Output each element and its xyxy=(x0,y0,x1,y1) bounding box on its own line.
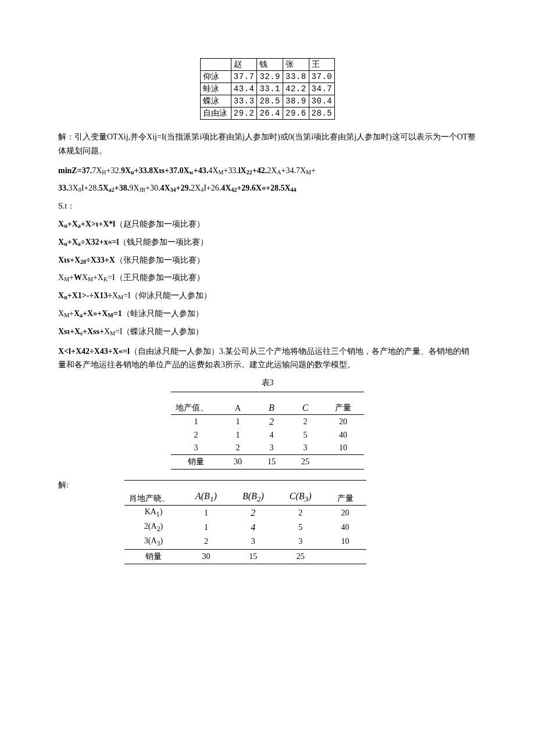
t3-r2-c3: 5 xyxy=(288,429,322,442)
t4-r1-c3: 2 xyxy=(277,506,324,520)
table1-r1-c4: 37.0 xyxy=(309,71,335,83)
t3-hA: A xyxy=(221,392,255,415)
t3-r3-c4: 10 xyxy=(322,442,364,455)
table1-r3-c4: 30.4 xyxy=(309,95,335,108)
table1-r4-c3: 29.6 xyxy=(283,108,309,120)
table1-r4-c2: 26.4 xyxy=(257,108,283,120)
swim-times-table: 赵 钱 张 王 仰泳 37.7 32.9 33.8 37.0 蛙泳 43.4 3… xyxy=(200,58,335,120)
table1-r2-label: 蛙泳 xyxy=(200,83,231,95)
t4-s1: 30 xyxy=(183,549,230,564)
table1-r2-c4: 34.7 xyxy=(309,83,335,95)
t4-r2-c2: 4 xyxy=(230,520,277,535)
t4-hC: C(B3) xyxy=(277,481,324,506)
constraint-1: Xn+Xa+X>ι+X*l（赵只能参加一项比赛） xyxy=(58,217,477,231)
table1-h3: 张 xyxy=(283,59,309,71)
t3-r2-c4: 40 xyxy=(322,429,364,442)
t4-r3-c3: 3 xyxy=(277,535,324,549)
table1-r3-label: 蝶泳 xyxy=(200,95,231,108)
t3-s1: 30 xyxy=(221,455,255,470)
t4-r2-c1: 1 xyxy=(183,520,230,535)
t3-hQty: 产量 xyxy=(322,392,364,415)
table1-r1-c1: 37.7 xyxy=(231,71,257,83)
table1-r4-label: 自由泳 xyxy=(200,108,231,120)
constraint-5: Xn+X1>-÷X13÷XM=I（仰泳只能一人参加） xyxy=(58,289,477,303)
table1-r3-c1: 33.3 xyxy=(231,95,257,108)
t3-r1-c1: 1 xyxy=(221,415,255,429)
table1-r1-label: 仰泳 xyxy=(200,71,231,83)
table1-h4: 王 xyxy=(309,59,335,71)
subject-to: S.t： xyxy=(58,199,477,213)
t3-r1-f: 1 xyxy=(171,415,221,429)
t4-r1-c1: 1 xyxy=(183,506,230,520)
t4-s3: 25 xyxy=(277,549,324,564)
objective-function-2: 33.3X8I+28.5Xa2+38.9XJB+30.4X34+29.2X4I+… xyxy=(58,181,477,195)
table1-r4-c4: 28.5 xyxy=(309,108,335,120)
t4-hA: A(B1) xyxy=(183,481,230,506)
t4-head-first: 肖地产晓、 xyxy=(124,481,183,506)
t3-hB: B xyxy=(255,392,288,415)
constraint-2: Xu+Xa÷X32+x«=l（钱只能参加一项比赛） xyxy=(58,235,477,249)
constraint-7: Xsι+Xs+Xss+XM=I（蝶泳只能一人参加） xyxy=(58,325,477,339)
t3-r1-c4: 20 xyxy=(322,415,364,429)
t3-r2-c1: 1 xyxy=(221,429,255,442)
t3-r3-c2: 3 xyxy=(255,442,288,455)
table1-r2-c1: 43.4 xyxy=(231,83,257,95)
table1-h1: 赵 xyxy=(231,59,257,71)
t4-sales-label: 销量 xyxy=(124,549,183,564)
t4-r2-c3: 5 xyxy=(277,520,324,535)
table1-header-empty xyxy=(200,59,231,71)
transport-table-4: 肖地产晓、 A(B1) B(B2) C(B3) 产量 KA1) 1 2 2 20… xyxy=(124,480,366,564)
table1-r2-c2: 33.1 xyxy=(257,83,283,95)
t4-hQty: 产量 xyxy=(324,481,366,506)
t3-r3-c3: 3 xyxy=(288,442,322,455)
objective-function: minZ=37.7XH+32.9Xu+33.8Xιs+37.0Xw+43.4XM… xyxy=(58,164,477,178)
table1-r3-c3: 38.9 xyxy=(283,95,309,108)
t4-r3-c2: 3 xyxy=(230,535,277,549)
solution-label: 解: xyxy=(58,480,116,490)
t4-r3-c1: 2 xyxy=(183,535,230,549)
t4-r1-c4: 20 xyxy=(324,506,366,520)
t4-r3-f: 3(A3) xyxy=(124,535,183,549)
t4-r1-c2: 2 xyxy=(230,506,277,520)
table1-r3-c2: 28.5 xyxy=(257,95,283,108)
t3-s2: 15 xyxy=(255,455,288,470)
t3-r2-c2: 4 xyxy=(255,429,288,442)
t3-r3-c1: 2 xyxy=(221,442,255,455)
table1-r2-c3: 42.2 xyxy=(283,83,309,95)
t3-s4 xyxy=(322,455,364,470)
t4-s2: 15 xyxy=(230,549,277,564)
t4-r3-c4: 10 xyxy=(324,535,366,549)
table3-title: 表3 xyxy=(58,378,477,388)
t3-s3: 25 xyxy=(288,455,322,470)
intro-paragraph: 解：引入变量OTXij,并令Xij=I(当指派第i项比赛由第j人参加时)或0(当… xyxy=(58,130,477,158)
t4-r2-f: 2(A2) xyxy=(124,520,183,535)
t3-sales-label: 销量 xyxy=(171,455,221,470)
t3-head-first: 地产值、 xyxy=(171,392,221,415)
constraint-3: Xιs+X28÷X33+X（张只能参加一项比赛） xyxy=(58,253,477,267)
t3-r1-c2: 2 xyxy=(255,415,288,429)
constraint-6: XM+Xa+X»+XM=1（蛙泳只能一人参加） xyxy=(58,307,477,321)
t4-s4 xyxy=(324,549,366,564)
table1-r4-c1: 29.2 xyxy=(231,108,257,120)
t4-r2-c4: 40 xyxy=(324,520,366,535)
t3-r2-f: 2 xyxy=(171,429,221,442)
table1-h2: 钱 xyxy=(257,59,283,71)
transport-table-3: 地产值、 A B C 产量 1 1 2 2 20 2 1 4 5 40 3 2 … xyxy=(171,392,364,470)
table1-r1-c2: 32.9 xyxy=(257,71,283,83)
table1-r1-c3: 33.8 xyxy=(283,71,309,83)
t4-r1-f: KA1) xyxy=(124,506,183,520)
t3-r1-c3: 2 xyxy=(288,415,322,429)
t4-hB: B(B2) xyxy=(230,481,277,506)
constraint-8-and-q3: X<l+X42÷X43+X«=l（自由泳只能一人参加）3.某公司从三个产地将物品… xyxy=(58,345,477,372)
t3-r3-f: 3 xyxy=(171,442,221,455)
t3-hC: C xyxy=(288,392,322,415)
constraint-4: XM+WXM+XK=I（王只能参加一项比赛） xyxy=(58,271,477,285)
